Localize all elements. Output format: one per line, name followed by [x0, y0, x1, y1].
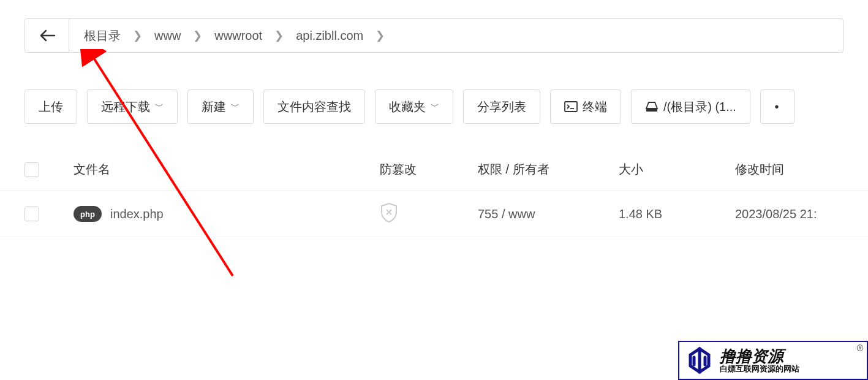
remote-download-label: 远程下载 — [101, 99, 150, 115]
chevron-right-icon: ❯ — [187, 29, 208, 42]
toolbar: 上传 远程下载 ﹀ 新建 ﹀ 文件内容查找 收藏夹 ﹀ 分享列表 终端 /(根目… — [25, 89, 843, 124]
col-header-perm[interactable]: 权限 / 所有者 — [478, 161, 619, 178]
disk-icon — [645, 101, 659, 112]
watermark-badge: 撸撸资源 白嫖互联网资源的网站 ® — [678, 341, 868, 380]
row-checkbox[interactable] — [25, 207, 39, 221]
terminal-label: 终端 — [583, 99, 607, 115]
share-list-button[interactable]: 分享列表 — [463, 89, 540, 124]
content-search-button[interactable]: 文件内容查找 — [263, 89, 365, 124]
shield-x-icon — [380, 202, 398, 223]
php-file-icon: php — [74, 206, 102, 222]
breadcrumb-item-root[interactable]: 根目录 — [80, 25, 124, 47]
chevron-down-icon: ﹀ — [155, 101, 164, 112]
content-search-label: 文件内容查找 — [277, 99, 351, 115]
chevron-right-icon: ❯ — [268, 29, 290, 42]
share-list-label: 分享列表 — [477, 99, 526, 115]
arrow-left-icon — [39, 29, 56, 42]
file-mtime: 2023/08/25 21: — [735, 207, 843, 221]
breadcrumb-bar: 根目录 ❯ www ❯ wwwroot ❯ api.zibll.com ❯ — [25, 18, 843, 53]
svg-rect-1 — [565, 102, 577, 112]
chevron-down-icon: ﹀ — [231, 101, 240, 112]
more-button[interactable]: • — [760, 89, 794, 124]
remote-download-button[interactable]: 远程下载 ﹀ — [87, 89, 178, 124]
favorites-button[interactable]: 收藏夹 ﹀ — [375, 89, 453, 124]
col-header-size[interactable]: 大小 — [619, 161, 735, 178]
chevron-right-icon: ❯ — [127, 29, 148, 42]
breadcrumb-item-www[interactable]: www — [151, 26, 184, 45]
watermark-logo-icon — [685, 346, 714, 374]
terminal-icon — [564, 101, 578, 112]
col-header-name[interactable]: 文件名 — [74, 161, 380, 178]
favorites-label: 收藏夹 — [389, 99, 426, 115]
watermark-main: 撸撸资源 — [720, 348, 799, 365]
chevron-down-icon: ﹀ — [431, 101, 439, 112]
file-size: 1.48 KB — [619, 207, 735, 221]
svg-rect-3 — [646, 108, 657, 112]
chevron-right-icon: ❯ — [369, 29, 391, 42]
col-header-tamper[interactable]: 防篡改 — [380, 161, 478, 178]
breadcrumb-item-wwwroot[interactable]: wwwroot — [211, 26, 266, 45]
breadcrumb: 根目录 ❯ www ❯ wwwroot ❯ api.zibll.com ❯ — [69, 25, 391, 47]
back-button[interactable] — [25, 19, 69, 52]
disk-label: /(根目录) (1... — [663, 99, 736, 115]
new-button[interactable]: 新建 ﹀ — [187, 89, 254, 124]
breadcrumb-item-api[interactable]: api.zibll.com — [292, 26, 367, 45]
select-all-checkbox[interactable] — [25, 162, 39, 177]
upload-button[interactable]: 上传 — [25, 89, 77, 124]
new-label: 新建 — [202, 99, 226, 115]
terminal-button[interactable]: 终端 — [550, 89, 621, 124]
watermark-sub: 白嫖互联网资源的网站 — [720, 365, 799, 373]
table-row[interactable]: php index.php 755 / www 1.48 KB 2023/08/… — [0, 191, 868, 237]
watermark-registered-icon: ® — [857, 343, 863, 353]
file-perm: 755 / www — [478, 207, 619, 221]
file-name: index.php — [110, 207, 164, 221]
disk-selector-button[interactable]: /(根目录) (1... — [631, 89, 750, 124]
col-header-mtime[interactable]: 修改时间 — [735, 161, 843, 178]
upload-label: 上传 — [39, 99, 63, 115]
ellipsis-icon: • — [774, 100, 780, 114]
file-table: 文件名 防篡改 权限 / 所有者 大小 修改时间 php index.php 7… — [0, 148, 868, 237]
table-header: 文件名 防篡改 权限 / 所有者 大小 修改时间 — [0, 148, 868, 191]
